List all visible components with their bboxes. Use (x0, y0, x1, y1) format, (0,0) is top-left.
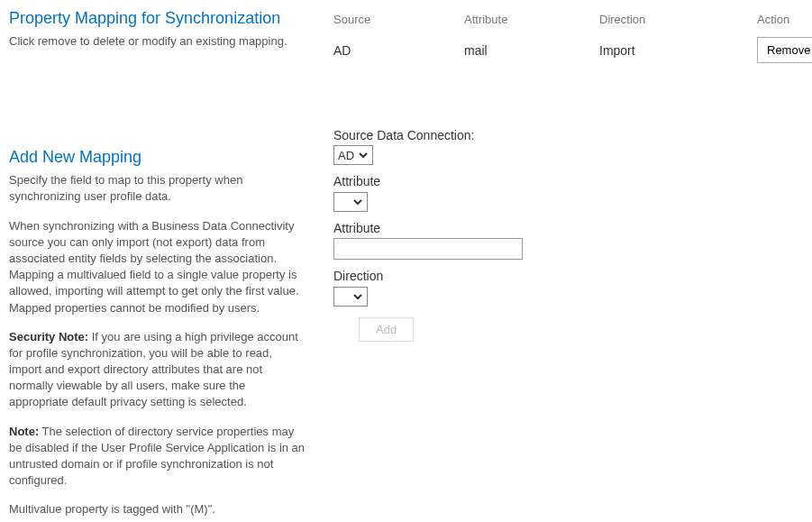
multivalue-note: Multivalue property is tagged with "(M)"… (9, 501, 306, 517)
note: Note: The selection of directory service… (9, 424, 306, 490)
section-title-mapping: Property Mapping for Synchronization (9, 9, 306, 28)
attribute-text-label: Attribute (333, 221, 812, 235)
section-title-add: Add New Mapping (9, 148, 306, 167)
source-connection-value: AD (338, 149, 354, 162)
left-column: Property Mapping for Synchronization Cli… (9, 9, 306, 522)
attribute-text-input[interactable] (333, 238, 523, 260)
header-attribute: Attribute (464, 13, 599, 26)
section-desc-mapping: Click remove to delete or modify an exis… (9, 33, 306, 50)
source-connection-label: Source Data Connection: (333, 128, 812, 142)
cell-direction: Import (599, 43, 757, 58)
header-direction: Direction (599, 13, 757, 26)
add-mapping-form: Source Data Connection: AD Attribute Att… (333, 128, 812, 342)
cell-attribute: mail (464, 43, 599, 58)
chevron-down-icon (351, 291, 365, 302)
chevron-down-icon (351, 197, 365, 207)
security-note-label: Security Note: (9, 330, 88, 343)
header-action: Action (757, 13, 812, 26)
direction-select[interactable] (333, 287, 368, 307)
source-connection-select[interactable]: AD (333, 145, 373, 165)
cell-source: AD (333, 43, 464, 58)
security-note: Security Note: If you are using a high p… (9, 329, 306, 411)
attribute-select[interactable] (333, 192, 368, 212)
header-source: Source (333, 13, 464, 26)
add-button[interactable]: Add (359, 317, 414, 342)
right-column: Source Attribute Direction Action AD mai… (333, 9, 812, 522)
remove-button[interactable]: Remove (757, 37, 812, 63)
page-container: Property Mapping for Synchronization Cli… (9, 9, 803, 522)
direction-label: Direction (333, 269, 812, 283)
note-text: The selection of directory service prope… (9, 425, 305, 488)
add-desc-1: Specify the field to map to this propert… (9, 172, 306, 205)
attribute-select-label: Attribute (333, 174, 812, 188)
add-desc-2: When synchronizing with a Business Data … (9, 218, 306, 316)
note-label: Note: (9, 425, 39, 438)
mapping-table-row: AD mail Import Remove (333, 35, 812, 65)
chevron-down-icon (356, 150, 370, 160)
mapping-table-header: Source Attribute Direction Action (333, 9, 812, 35)
